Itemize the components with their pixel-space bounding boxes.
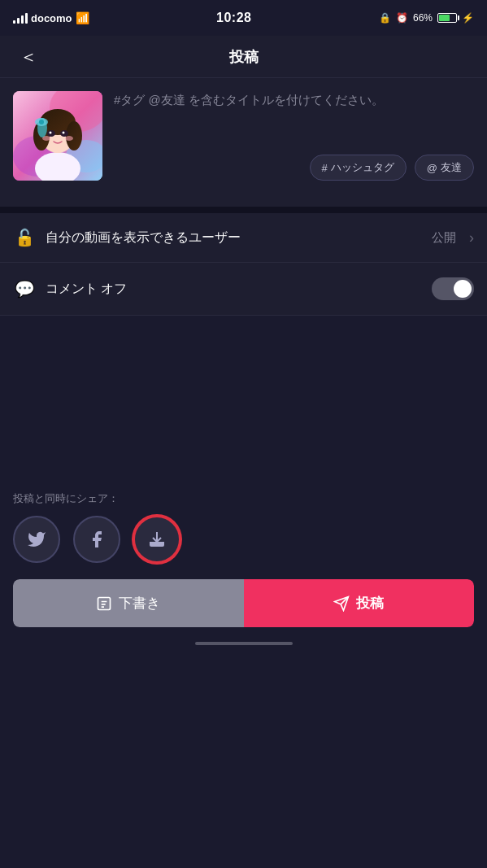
chevron-right-icon: › [469,229,474,246]
comment-toggle[interactable] [432,277,474,300]
comment-setting-row: 💬 コメント オフ [0,263,487,316]
settings-area: 🔓 自分の動画を表示できるユーザー 公開 › 💬 コメント オフ [0,213,487,316]
video-thumbnail [13,91,102,181]
lock-icon: 🔒 [379,12,391,24]
bottom-area: 投稿と同時にシェア： [0,478,487,660]
battery-percent: 66% [413,12,433,24]
status-time: 10:28 [216,11,251,25]
tag-buttons: # ハッシュタグ @ 友達 [114,155,474,181]
back-button[interactable]: ＜ [13,38,44,76]
status-left: docomo 📶 [13,11,89,24]
carrier-label: docomo [31,12,72,24]
mention-label: 友達 [441,160,462,175]
svg-point-9 [66,121,82,150]
draft-icon [96,595,112,612]
wifi-icon: 📶 [76,11,89,24]
content-spacer [0,316,487,478]
comment-setting-icon: 💬 [13,279,36,299]
action-buttons: 下書き 投稿 [13,579,474,627]
svg-point-15 [42,136,50,141]
section-divider [0,207,487,213]
download-icon [147,530,167,549]
mention-icon: @ [427,162,437,174]
facebook-icon [87,530,107,549]
share-icons [13,516,474,563]
facebook-share-button[interactable] [73,516,120,563]
battery-fill [439,15,450,21]
status-bar: docomo 📶 10:28 🔒 ⏰ 66% ⚡ [0,0,487,36]
download-share-button[interactable] [133,516,180,563]
comment-label: コメント オフ [46,281,422,298]
hashtag-icon: # [322,162,328,174]
svg-point-16 [65,136,73,141]
battery-icon [437,13,457,23]
visibility-label: 自分の動画を表示できるユーザー [46,229,422,246]
charging-icon: ⚡ [462,12,474,24]
post-button[interactable]: 投稿 [244,579,475,627]
signal-bars [13,12,28,24]
share-label: 投稿と同時にシェア： [13,491,474,506]
nav-bar: ＜ 投稿 [0,36,487,78]
page-title: 投稿 [229,47,259,67]
toggle-knob [454,280,472,298]
draft-label: 下書き [119,594,160,613]
alarm-icon: ⏰ [396,12,408,24]
twitter-icon [27,530,46,549]
svg-point-14 [63,132,65,134]
lock-setting-icon: 🔓 [13,228,36,247]
title-input-section: #タグ @友達 を含むタイトルを付けてください。 # ハッシュタグ @ 友達 [114,91,474,181]
home-indicator [13,627,474,660]
title-placeholder[interactable]: #タグ @友達 を含むタイトルを付けてください。 [114,91,474,145]
title-input-area: #タグ @友達 を含むタイトルを付けてください。 # ハッシュタグ @ 友達 [13,91,474,181]
hashtag-label: ハッシュタグ [331,160,394,175]
mention-button[interactable]: @ 友達 [415,155,474,181]
visibility-setting-row[interactable]: 🔓 自分の動画を表示できるユーザー 公開 › [0,213,487,263]
status-right: 🔒 ⏰ 66% ⚡ [379,12,474,24]
svg-point-13 [50,132,52,134]
main-content: #タグ @友達 を含むタイトルを付けてください。 # ハッシュタグ @ 友達 [0,78,487,207]
post-icon [333,595,350,612]
hashtag-button[interactable]: # ハッシュタグ [310,155,407,181]
draft-button[interactable]: 下書き [13,579,244,627]
svg-point-18 [39,120,44,124]
post-label: 投稿 [356,594,384,613]
home-indicator-line [195,642,293,645]
twitter-share-button[interactable] [13,516,60,563]
visibility-value: 公開 [432,230,456,246]
